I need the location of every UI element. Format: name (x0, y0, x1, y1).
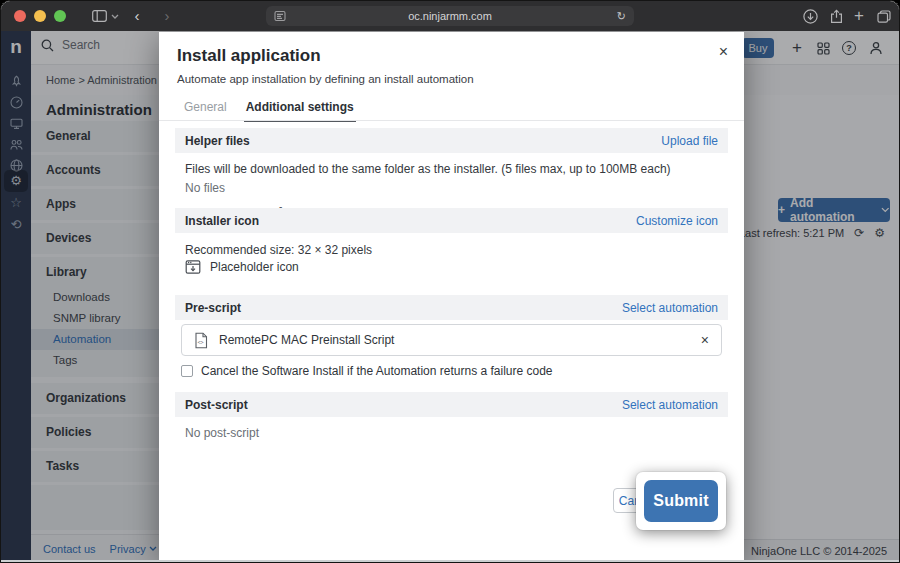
helper-files-section-header: Helper files Upload file (175, 128, 728, 153)
customize-icon-link[interactable]: Customize icon (636, 214, 718, 228)
tab-general[interactable]: General (182, 100, 229, 122)
pre-script-title: Pre-script (185, 301, 241, 315)
selected-script-name: RemotePC MAC Preinstall Script (219, 333, 394, 347)
cancel-install-checkbox[interactable] (181, 365, 193, 377)
helper-files-description: Files will be downloaded to the same fol… (185, 162, 671, 176)
recommended-size-text: Recommended size: 32 × 32 pixels (185, 243, 372, 257)
address-bar[interactable]: oc.ninjarmm.com ↻ (266, 6, 634, 26)
modal-tabs: General Additional settings (182, 100, 356, 122)
submit-button[interactable]: Submit (644, 480, 718, 522)
selected-script-card[interactable]: <> RemotePC MAC Preinstall Script × (181, 324, 722, 356)
remove-script-icon[interactable]: × (701, 333, 709, 347)
new-tab-icon[interactable]: + (850, 1, 868, 31)
sidebar-dropdown-icon[interactable] (109, 1, 121, 31)
close-icon[interactable]: × (719, 44, 728, 60)
tab-additional-settings[interactable]: Additional settings (244, 100, 356, 122)
placeholder-icon-label: Placeholder icon (210, 260, 299, 274)
pre-script-select-automation-link[interactable]: Select automation (622, 301, 718, 315)
helper-files-empty-text: No files (185, 181, 225, 195)
cancel-install-checkbox-row: Cancel the Software Install if the Autom… (181, 364, 553, 378)
share-icon[interactable] (827, 1, 845, 31)
helper-files-title: Helper files (185, 134, 250, 148)
tab-overview-icon[interactable] (874, 1, 894, 31)
modal-subtitle: Automate app installation by defining an… (177, 73, 474, 85)
post-script-select-automation-link[interactable]: Select automation (622, 398, 718, 412)
post-script-empty-text: No post-script (185, 426, 259, 440)
reader-icon[interactable] (274, 10, 286, 22)
installer-icon-dash: - (279, 201, 282, 212)
minimize-window-button[interactable] (34, 10, 46, 22)
cancel-install-checkbox-label: Cancel the Software Install if the Autom… (201, 364, 553, 378)
svg-text:<>: <> (197, 338, 203, 344)
reload-icon[interactable]: ↻ (617, 6, 626, 26)
sidebar-toggle-icon[interactable] (89, 1, 109, 31)
zoom-window-button[interactable] (54, 10, 66, 22)
browser-window: ‹ › oc.ninjarmm.com ↻ + n (0, 0, 900, 563)
placeholder-icon-row: Placeholder icon (185, 259, 299, 275)
browser-chrome: ‹ › oc.ninjarmm.com ↻ + (1, 1, 899, 31)
modal-title: Install application (177, 46, 321, 66)
script-file-icon: <> (194, 332, 208, 349)
tab-divider (159, 120, 744, 121)
post-script-title: Post-script (185, 398, 248, 412)
installer-icon-title: Installer icon (185, 214, 259, 228)
close-window-button[interactable] (14, 10, 26, 22)
submit-button-zoom-callout: Submit (636, 472, 726, 530)
pre-script-section-header: Pre-script Select automation (175, 295, 728, 320)
install-application-modal: Install application × Automate app insta… (159, 32, 744, 560)
upload-file-link[interactable]: Upload file (661, 134, 718, 148)
window-bottom-edge (1, 560, 899, 562)
forward-button[interactable]: › (159, 1, 175, 31)
back-button[interactable]: ‹ (129, 1, 145, 31)
url-text: oc.ninjarmm.com (408, 10, 492, 22)
window-controls (14, 10, 66, 22)
downloads-icon[interactable] (801, 1, 819, 31)
post-script-section-header: Post-script Select automation (175, 392, 728, 417)
installer-icon-section-header: Installer icon Customize icon (175, 208, 728, 233)
placeholder-app-icon (185, 259, 201, 275)
